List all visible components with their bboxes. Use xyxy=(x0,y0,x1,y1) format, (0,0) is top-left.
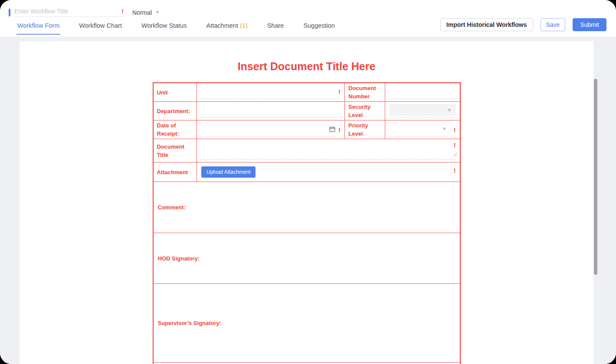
attachment-label: Attachment xyxy=(153,162,197,182)
document-title-textarea[interactable]: ! xyxy=(197,139,460,162)
priority-level-label: Priority Level xyxy=(345,120,385,139)
unit-input[interactable]: ! xyxy=(201,86,341,99)
required-mark: ! xyxy=(338,89,341,95)
table-row: Unit ! Document Number xyxy=(153,83,460,102)
date-of-receipt-input[interactable] xyxy=(201,123,335,136)
comment-area[interactable]: Comment: xyxy=(153,182,460,233)
chevron-down-icon: ▼ xyxy=(442,127,447,131)
document-number-input-field[interactable] xyxy=(389,89,456,95)
department-input[interactable] xyxy=(201,104,341,118)
table-row: Date of Receipt: xyxy=(153,120,460,139)
required-mark: ! xyxy=(454,142,456,148)
import-historical-workflows-button[interactable]: Import Historical Workflows xyxy=(440,18,533,31)
required-mark: ! xyxy=(454,168,456,174)
chevron-down-icon: ▼ xyxy=(447,108,452,113)
table-row: Department: Security Level ▼ xyxy=(153,102,460,120)
tab-suggestion[interactable]: Suggestion xyxy=(302,19,336,35)
table-row: Attachment Upload Attachment ! xyxy=(153,162,460,182)
form-card: Insert Document Title Here Unit ! Docume… xyxy=(20,41,593,364)
tab-bar: Workflow Form Workflow Chart Workflow St… xyxy=(16,19,336,35)
table-row: Document Title ! xyxy=(153,139,460,162)
unit-label: Unit xyxy=(153,83,197,102)
department-input-field[interactable] xyxy=(201,107,341,114)
table-row: HOD Signatory: xyxy=(153,233,460,284)
supervisor-signatory-area[interactable]: Supervisor’s Signatory: xyxy=(153,284,460,363)
save-button[interactable]: Save xyxy=(541,18,566,31)
clipped-row xyxy=(153,363,460,364)
upload-attachment-button[interactable]: Upload Attachment xyxy=(201,166,256,178)
textarea-underline xyxy=(201,159,456,159)
date-of-receipt-label: Date of Receipt: xyxy=(153,120,197,139)
app-window: ! Normal ▼ Workflow Form Workflow Chart … xyxy=(0,0,616,364)
document-form-table: Unit ! Document Number xyxy=(153,82,461,364)
tab-attachment[interactable]: Attachment (1) xyxy=(206,19,249,35)
tab-share[interactable]: Share xyxy=(266,19,285,35)
department-label: Department: xyxy=(153,102,197,120)
workflow-title-row: ! Normal ▼ xyxy=(0,0,616,17)
document-number-label: Document Number xyxy=(345,83,385,102)
scrollbar-thumb[interactable] xyxy=(594,79,597,275)
resize-handle-icon[interactable] xyxy=(453,150,457,158)
workflow-header: ! Normal ▼ Workflow Form Workflow Chart … xyxy=(0,0,616,37)
urgency-select[interactable]: Normal ▼ xyxy=(132,9,160,16)
unit-input-field[interactable] xyxy=(201,89,336,95)
workflow-title-field[interactable]: ! xyxy=(14,8,124,17)
submit-button[interactable]: Submit xyxy=(573,18,606,31)
urgency-value: Normal xyxy=(132,9,152,16)
content-area: Insert Document Title Here Unit ! Docume… xyxy=(0,37,616,364)
hod-signatory-area[interactable]: HOD Signatory: xyxy=(153,233,460,284)
security-level-label: Security Level xyxy=(345,102,385,120)
required-mark: ! xyxy=(121,8,124,14)
chevron-down-icon: ▼ xyxy=(155,10,160,15)
priority-level-select[interactable]: ▼ xyxy=(389,123,451,136)
workflow-title-input[interactable] xyxy=(14,8,121,15)
required-mark: ! xyxy=(338,127,341,133)
tab-attachment-label: Attachment xyxy=(206,22,238,29)
security-level-select[interactable]: ▼ xyxy=(389,104,456,118)
calendar-icon xyxy=(329,126,335,132)
header-actions: Import Historical Workflows Save Submit xyxy=(440,18,606,35)
table-row xyxy=(153,363,460,364)
attachment-count-badge: (1) xyxy=(240,22,248,29)
tabs-and-actions-row: Workflow Form Workflow Chart Workflow St… xyxy=(0,18,616,35)
title-accent-bar xyxy=(9,9,10,16)
date-of-receipt-input-field[interactable] xyxy=(201,126,327,133)
tab-workflow-form[interactable]: Workflow Form xyxy=(16,19,60,35)
table-row: Supervisor’s Signatory: xyxy=(153,284,460,363)
tab-workflow-chart[interactable]: Workflow Chart xyxy=(78,19,123,35)
document-number-input[interactable] xyxy=(389,86,456,99)
table-row: Comment: xyxy=(153,182,460,233)
document-title-label: Document Title xyxy=(153,139,197,162)
required-mark: ! xyxy=(454,127,456,133)
tab-workflow-status[interactable]: Workflow Status xyxy=(141,19,188,35)
document-title-heading: Insert Document Title Here xyxy=(20,59,593,74)
